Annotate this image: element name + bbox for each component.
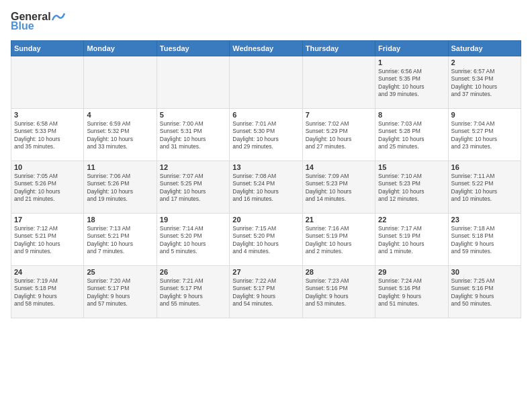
- logo-wave-icon: [51, 11, 66, 23]
- day-info: Sunrise: 7:16 AMSunset: 5:19 PMDaylight:…: [306, 225, 372, 256]
- day-number: 25: [87, 268, 153, 276]
- logo: General Blue: [11, 11, 66, 32]
- calendar-cell-4-5: 21Sunrise: 7:16 AMSunset: 5:19 PMDayligh…: [302, 214, 375, 266]
- day-number: 9: [451, 111, 518, 119]
- calendar-cell-1-3: [157, 56, 229, 109]
- calendar-cell-1-7: 2Sunrise: 6:57 AMSunset: 5:34 PMDaylight…: [448, 56, 521, 109]
- calendar-cell-5-5: 28Sunrise: 7:23 AMSunset: 5:16 PMDayligh…: [302, 266, 375, 318]
- day-number: 18: [87, 216, 153, 224]
- day-info: Sunrise: 7:01 AMSunset: 5:30 PMDaylight:…: [232, 120, 299, 151]
- day-number: 12: [160, 163, 226, 171]
- day-number: 3: [14, 111, 81, 119]
- day-number: 7: [306, 111, 372, 119]
- day-number: 30: [451, 268, 518, 276]
- day-info: Sunrise: 7:23 AMSunset: 5:16 PMDaylight:…: [306, 277, 372, 308]
- calendar-cell-5-1: 24Sunrise: 7:19 AMSunset: 5:18 PMDayligh…: [11, 266, 84, 318]
- calendar-header-friday: Friday: [375, 41, 448, 56]
- calendar-cell-5-3: 26Sunrise: 7:21 AMSunset: 5:17 PMDayligh…: [157, 266, 229, 318]
- day-number: 13: [232, 163, 299, 171]
- day-info: Sunrise: 7:11 AMSunset: 5:22 PMDaylight:…: [451, 173, 518, 203]
- calendar-cell-4-3: 19Sunrise: 7:14 AMSunset: 5:20 PMDayligh…: [157, 214, 229, 266]
- calendar-cell-2-1: 3Sunrise: 6:58 AMSunset: 5:33 PMDaylight…: [11, 109, 84, 161]
- day-info: Sunrise: 7:19 AMSunset: 5:18 PMDaylight:…: [14, 277, 81, 308]
- day-info: Sunrise: 7:12 AMSunset: 5:21 PMDaylight:…: [14, 225, 81, 256]
- calendar-week-5: 24Sunrise: 7:19 AMSunset: 5:18 PMDayligh…: [11, 266, 521, 318]
- calendar-cell-3-1: 10Sunrise: 7:05 AMSunset: 5:26 PMDayligh…: [11, 161, 84, 214]
- calendar-week-4: 17Sunrise: 7:12 AMSunset: 5:21 PMDayligh…: [11, 214, 521, 266]
- calendar-week-1: 1Sunrise: 6:56 AMSunset: 5:35 PMDaylight…: [11, 56, 521, 109]
- day-info: Sunrise: 6:57 AMSunset: 5:34 PMDaylight:…: [451, 68, 518, 99]
- day-info: Sunrise: 7:04 AMSunset: 5:27 PMDaylight:…: [451, 120, 518, 151]
- day-info: Sunrise: 7:15 AMSunset: 5:20 PMDaylight:…: [232, 225, 299, 256]
- calendar-cell-3-4: 13Sunrise: 7:08 AMSunset: 5:24 PMDayligh…: [230, 161, 302, 214]
- day-info: Sunrise: 7:14 AMSunset: 5:20 PMDaylight:…: [160, 225, 226, 256]
- calendar-header-monday: Monday: [84, 41, 157, 56]
- day-number: 8: [378, 111, 445, 119]
- logo-blue-text: Blue: [11, 20, 34, 32]
- day-number: 28: [306, 268, 372, 276]
- day-number: 19: [160, 216, 226, 224]
- calendar-cell-1-6: 1Sunrise: 6:56 AMSunset: 5:35 PMDaylight…: [375, 56, 448, 109]
- day-number: 22: [378, 216, 445, 224]
- calendar-week-2: 3Sunrise: 6:58 AMSunset: 5:33 PMDaylight…: [11, 109, 521, 161]
- day-number: 27: [232, 268, 299, 276]
- calendar-cell-1-4: [230, 56, 302, 109]
- day-info: Sunrise: 7:09 AMSunset: 5:23 PMDaylight:…: [306, 173, 372, 203]
- day-info: Sunrise: 7:07 AMSunset: 5:25 PMDaylight:…: [160, 173, 226, 203]
- day-info: Sunrise: 7:08 AMSunset: 5:24 PMDaylight:…: [232, 173, 299, 203]
- calendar-cell-5-4: 27Sunrise: 7:22 AMSunset: 5:17 PMDayligh…: [230, 266, 302, 318]
- calendar-cell-5-6: 29Sunrise: 7:24 AMSunset: 5:16 PMDayligh…: [375, 266, 448, 318]
- day-number: 20: [232, 216, 299, 224]
- calendar-cell-3-5: 14Sunrise: 7:09 AMSunset: 5:23 PMDayligh…: [302, 161, 375, 214]
- day-info: Sunrise: 7:25 AMSunset: 5:16 PMDaylight:…: [451, 277, 518, 308]
- day-info: Sunrise: 6:58 AMSunset: 5:33 PMDaylight:…: [14, 120, 81, 151]
- calendar-cell-3-3: 12Sunrise: 7:07 AMSunset: 5:25 PMDayligh…: [157, 161, 229, 214]
- day-number: 21: [306, 216, 372, 224]
- day-number: 1: [378, 58, 445, 66]
- calendar-cell-3-6: 15Sunrise: 7:10 AMSunset: 5:23 PMDayligh…: [375, 161, 448, 214]
- day-info: Sunrise: 7:13 AMSunset: 5:21 PMDaylight:…: [87, 225, 153, 256]
- calendar-cell-4-1: 17Sunrise: 7:12 AMSunset: 5:21 PMDayligh…: [11, 214, 84, 266]
- day-info: Sunrise: 6:59 AMSunset: 5:32 PMDaylight:…: [87, 120, 153, 151]
- day-info: Sunrise: 7:00 AMSunset: 5:31 PMDaylight:…: [160, 120, 226, 151]
- day-info: Sunrise: 7:20 AMSunset: 5:17 PMDaylight:…: [87, 277, 153, 308]
- day-info: Sunrise: 7:18 AMSunset: 5:18 PMDaylight:…: [451, 225, 518, 256]
- calendar-cell-5-2: 25Sunrise: 7:20 AMSunset: 5:17 PMDayligh…: [84, 266, 157, 318]
- calendar-header-tuesday: Tuesday: [157, 41, 229, 56]
- day-number: 4: [87, 111, 153, 119]
- day-number: 11: [87, 163, 153, 171]
- calendar-cell-2-5: 7Sunrise: 7:02 AMSunset: 5:29 PMDaylight…: [302, 109, 375, 161]
- calendar-cell-2-7: 9Sunrise: 7:04 AMSunset: 5:27 PMDaylight…: [448, 109, 521, 161]
- day-info: Sunrise: 7:03 AMSunset: 5:28 PMDaylight:…: [378, 120, 445, 151]
- day-number: 23: [451, 216, 518, 224]
- day-info: Sunrise: 7:24 AMSunset: 5:16 PMDaylight:…: [378, 277, 445, 308]
- calendar-cell-2-3: 5Sunrise: 7:00 AMSunset: 5:31 PMDaylight…: [157, 109, 229, 161]
- header: General Blue: [11, 11, 521, 32]
- day-number: 10: [14, 163, 81, 171]
- day-number: 17: [14, 216, 81, 224]
- calendar-cell-1-2: [84, 56, 157, 109]
- day-number: 14: [306, 163, 372, 171]
- day-number: 6: [232, 111, 299, 119]
- day-number: 29: [378, 268, 445, 276]
- calendar-table: SundayMondayTuesdayWednesdayThursdayFrid…: [11, 40, 521, 318]
- day-info: Sunrise: 7:05 AMSunset: 5:26 PMDaylight:…: [14, 173, 81, 203]
- calendar-header-sunday: Sunday: [11, 41, 84, 56]
- calendar-cell-4-6: 22Sunrise: 7:17 AMSunset: 5:19 PMDayligh…: [375, 214, 448, 266]
- calendar-header-wednesday: Wednesday: [230, 41, 302, 56]
- calendar-cell-4-7: 23Sunrise: 7:18 AMSunset: 5:18 PMDayligh…: [448, 214, 521, 266]
- calendar-cell-3-7: 16Sunrise: 7:11 AMSunset: 5:22 PMDayligh…: [448, 161, 521, 214]
- calendar-header-saturday: Saturday: [448, 41, 521, 56]
- day-number: 15: [378, 163, 445, 171]
- calendar-week-3: 10Sunrise: 7:05 AMSunset: 5:26 PMDayligh…: [11, 161, 521, 214]
- day-number: 5: [160, 111, 226, 119]
- day-number: 26: [160, 268, 226, 276]
- calendar-cell-4-4: 20Sunrise: 7:15 AMSunset: 5:20 PMDayligh…: [230, 214, 302, 266]
- calendar-cell-3-2: 11Sunrise: 7:06 AMSunset: 5:26 PMDayligh…: [84, 161, 157, 214]
- calendar-header-thursday: Thursday: [302, 41, 375, 56]
- calendar-cell-4-2: 18Sunrise: 7:13 AMSunset: 5:21 PMDayligh…: [84, 214, 157, 266]
- day-info: Sunrise: 7:21 AMSunset: 5:17 PMDaylight:…: [160, 277, 226, 308]
- day-number: 2: [451, 58, 518, 66]
- page: General Blue SundayMondayTuesdayWednesda…: [0, 0, 532, 411]
- calendar-cell-5-7: 30Sunrise: 7:25 AMSunset: 5:16 PMDayligh…: [448, 266, 521, 318]
